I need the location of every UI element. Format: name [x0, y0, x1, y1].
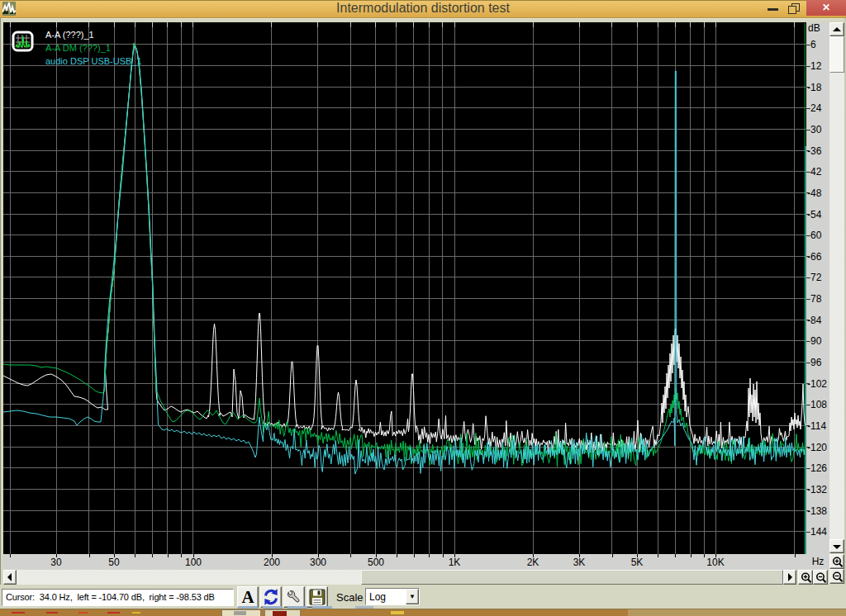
svg-text:audio DSP USB-USB_1: audio DSP USB-USB_1: [45, 56, 142, 66]
svg-text:A-A (???)_1: A-A (???)_1: [45, 30, 94, 40]
svg-text:A-A DM (???)_1: A-A DM (???)_1: [45, 43, 111, 53]
